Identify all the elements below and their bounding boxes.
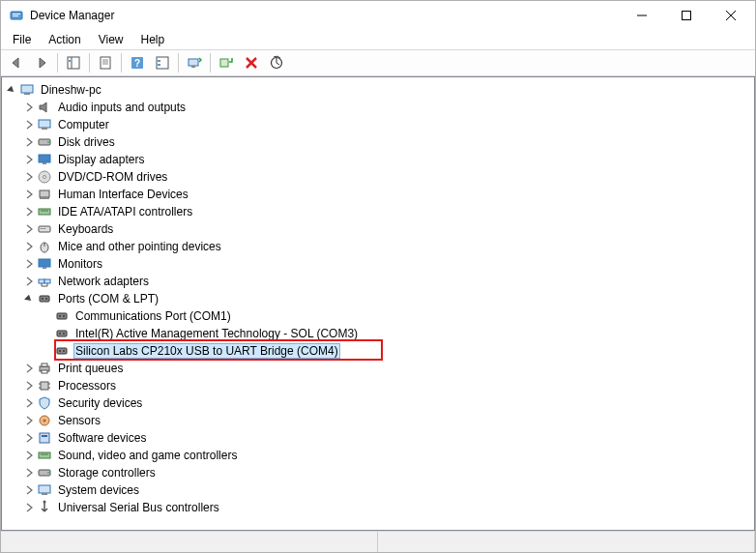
window-title: Device Manager [30, 9, 620, 22]
tree-category-label: Computer [56, 118, 111, 131]
svg-text:?: ? [134, 58, 140, 69]
scan-hardware-button[interactable] [265, 51, 288, 74]
expand-icon[interactable] [21, 395, 37, 411]
action-button[interactable] [151, 51, 174, 74]
help-button[interactable]: ? [126, 51, 149, 74]
expand-icon[interactable] [21, 361, 37, 376]
collapse-icon[interactable] [4, 82, 19, 98]
svg-rect-47 [39, 279, 44, 283]
tree-category[interactable]: Keyboards [2, 220, 754, 238]
expand-icon[interactable] [21, 448, 37, 463]
expand-icon[interactable] [21, 204, 37, 219]
device-tree-pane[interactable]: Dineshw-pc Audio inputs and outputsCompu… [1, 76, 755, 531]
computer-icon [19, 82, 35, 98]
tree-category[interactable]: DVD/CD-ROM drives [2, 168, 754, 186]
svg-rect-74 [40, 433, 49, 443]
tree-device[interactable]: Intel(R) Active Management Technology - … [2, 325, 754, 342]
tree-category[interactable]: Human Interface Devices [2, 186, 754, 203]
svg-rect-18 [158, 64, 160, 66]
expand-icon[interactable] [21, 378, 37, 393]
expand-icon[interactable] [21, 482, 37, 498]
svg-rect-7 [68, 57, 79, 69]
menu-help[interactable]: Help [133, 31, 173, 48]
update-driver-button[interactable] [183, 51, 206, 74]
tree-category[interactable]: Disk drives [2, 133, 754, 151]
forward-button[interactable] [30, 51, 53, 74]
toolbar-separator [178, 53, 179, 73]
tree-category[interactable]: Sound, video and game controllers [2, 447, 754, 464]
expand-icon[interactable] [21, 465, 37, 480]
tree-root[interactable]: Dineshw-pc [2, 81, 754, 99]
expand-icon[interactable] [21, 221, 37, 237]
toolbar-separator [210, 53, 211, 73]
svg-point-60 [63, 333, 65, 335]
tree-device-label: Intel(R) Active Management Technology - … [73, 327, 360, 340]
category-icon [37, 413, 52, 428]
svg-point-59 [59, 333, 61, 335]
menu-view[interactable]: View [91, 31, 131, 48]
properties-button[interactable] [94, 51, 117, 74]
tree-category[interactable]: Computer [2, 116, 754, 133]
collapse-icon[interactable] [21, 291, 37, 306]
expand-icon[interactable] [21, 500, 37, 515]
expand-icon[interactable] [21, 152, 37, 167]
svg-rect-46 [43, 267, 46, 269]
tree-category[interactable]: Mice and other pointing devices [2, 238, 754, 255]
svg-rect-75 [42, 435, 47, 437]
expand-icon[interactable] [21, 239, 37, 254]
enable-device-button[interactable] [215, 51, 238, 74]
tree-category[interactable]: Print queues [2, 360, 754, 377]
svg-point-79 [47, 472, 49, 474]
show-hide-tree-button[interactable] [62, 51, 85, 74]
tree-category-label: Human Interface Devices [56, 188, 190, 201]
category-icon [37, 100, 52, 115]
tree-category[interactable]: System devices [2, 481, 754, 499]
tree-category[interactable]: Sensors [2, 412, 754, 429]
expand-icon[interactable] [21, 169, 37, 185]
tree-category[interactable]: Network adapters [2, 273, 754, 290]
tree-category[interactable]: Security devices [2, 394, 754, 412]
tree-category-label: Network adapters [56, 275, 151, 288]
tree-category[interactable]: Storage controllers [2, 464, 754, 481]
expand-icon[interactable] [21, 187, 37, 202]
tree-category[interactable]: Monitors [2, 255, 754, 273]
tree-category[interactable]: Display adapters [2, 151, 754, 168]
svg-rect-45 [39, 259, 50, 267]
expand-icon[interactable] [21, 117, 37, 132]
tree-device-selected[interactable]: Silicon Labs CP210x USB to UART Bridge (… [2, 342, 754, 360]
category-icon [37, 395, 52, 411]
menu-file[interactable]: File [5, 31, 39, 48]
expand-icon[interactable] [21, 274, 37, 289]
tree-category[interactable]: IDE ATA/ATAPI controllers [2, 203, 754, 220]
tree-category-ports[interactable]: Ports (COM & LPT) [2, 290, 754, 307]
svg-rect-81 [42, 493, 47, 495]
window-controls [620, 1, 753, 30]
statusbar [1, 531, 755, 552]
svg-point-54 [45, 298, 47, 300]
back-button[interactable] [5, 51, 28, 74]
expand-icon[interactable] [21, 134, 37, 150]
tree-device[interactable]: Communications Port (COM1) [2, 307, 754, 325]
tree-category[interactable]: Audio inputs and outputs [2, 99, 754, 116]
expand-icon[interactable] [21, 430, 37, 446]
svg-rect-19 [189, 59, 198, 66]
category-icon [37, 239, 52, 254]
tree-category-label: Security devices [56, 396, 144, 410]
expand-icon[interactable] [21, 256, 37, 272]
minimize-button[interactable] [620, 1, 664, 30]
statusbar-pane [378, 532, 755, 552]
maximize-button[interactable] [664, 1, 709, 30]
close-button[interactable] [709, 1, 753, 30]
tree-category-label: Storage controllers [56, 466, 158, 480]
expand-icon[interactable] [21, 413, 37, 428]
category-icon [37, 221, 52, 237]
uninstall-device-button[interactable] [240, 51, 263, 74]
category-icon [37, 152, 52, 167]
menu-action[interactable]: Action [41, 31, 88, 48]
tree-category[interactable]: Software devices [2, 429, 754, 447]
expand-icon[interactable] [21, 100, 37, 115]
svg-rect-2 [13, 15, 18, 16]
tree-category[interactable]: Processors [2, 377, 754, 394]
tree-category-label: Display adapters [56, 153, 146, 166]
tree-category[interactable]: Universal Serial Bus controllers [2, 499, 754, 516]
